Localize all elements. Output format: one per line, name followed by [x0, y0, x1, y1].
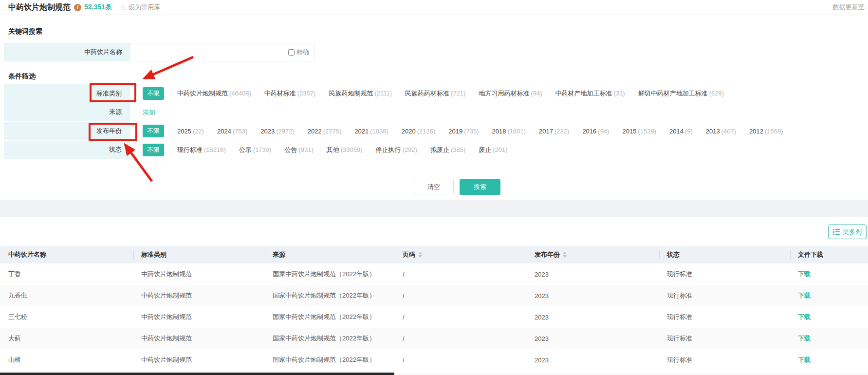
cell-category: 中药饮片炮制规范: [134, 270, 265, 279]
column-header-4[interactable]: 页码: [395, 246, 527, 263]
star-icon[interactable]: ☆: [120, 3, 127, 12]
set-favorite-label[interactable]: 设为常用库: [129, 3, 160, 12]
herb-name-input-wrap: 精确: [130, 43, 314, 61]
filter-option[interactable]: 2016(94): [582, 128, 609, 135]
add-source-link[interactable]: 添加: [143, 108, 155, 117]
filter-option-count: (9): [685, 128, 693, 135]
sort-desc-icon[interactable]: [563, 255, 567, 258]
filter-option[interactable]: 停止执行(292): [376, 146, 417, 154]
filter-label-publish-year: 发布年份: [4, 122, 130, 141]
filter-label-status: 状态: [4, 141, 130, 160]
filter-option-count: (15216): [204, 146, 226, 153]
more-columns-button[interactable]: 更多列: [828, 225, 867, 239]
filter-option[interactable]: 鲜切中药材产地加工标准(629): [638, 89, 724, 98]
filter-option[interactable]: 2018(1601): [492, 128, 526, 135]
download-link[interactable]: 下载: [798, 292, 811, 299]
filter-option[interactable]: 2014(9): [669, 128, 693, 135]
filter-option-name: 停止执行: [376, 146, 401, 153]
download-link[interactable]: 下载: [798, 313, 811, 320]
column-header-6: 状态: [660, 246, 791, 263]
filter-option-count: (31): [614, 90, 625, 97]
cell-name: 三七粉: [0, 313, 134, 321]
filter-section-title: 条件筛选: [8, 72, 36, 81]
filter-option-count: (753): [233, 128, 247, 135]
table-row: 大蓟中药饮片炮制规范国家中药饮片炮制规范（2022年版）/2023现行标准下载: [0, 328, 868, 349]
filter-option[interactable]: 2013(407): [706, 128, 736, 135]
cell-name: 山楂: [0, 356, 134, 364]
sort-asc-icon[interactable]: [563, 252, 567, 254]
filter-option[interactable]: 中药材标准(2357): [264, 89, 316, 98]
filter-option-name: 2013: [706, 128, 720, 135]
keyword-section-title: 关键词搜索: [8, 27, 42, 36]
filter-option[interactable]: 2021(1038): [354, 128, 388, 135]
cell-name: 丁香: [0, 270, 134, 279]
filter-option[interactable]: 中药材产地加工标准(31): [555, 89, 625, 98]
filter-option[interactable]: 公示(1730): [239, 146, 272, 154]
cell-status: 现行标准: [660, 291, 791, 300]
filter-option[interactable]: 拟废止(385): [430, 146, 465, 154]
filter-option-count: (46408): [229, 90, 251, 97]
exact-checkbox[interactable]: [288, 49, 295, 56]
filter-option-count: (1528): [638, 128, 656, 135]
filter-option[interactable]: 现行标准(15216): [177, 146, 226, 154]
filter-option-count: (385): [451, 146, 465, 153]
unlimited-button-status[interactable]: 不限: [143, 144, 164, 156]
filter-option[interactable]: 2022(2775): [308, 128, 342, 135]
cell-download: 下载: [791, 270, 868, 279]
cell-category: 中药饮片炮制规范: [134, 356, 265, 364]
search-button[interactable]: 搜索: [460, 179, 500, 195]
cell-year: 2023: [527, 314, 660, 321]
filter-option-count: (232): [554, 128, 569, 135]
download-link[interactable]: 下载: [798, 335, 811, 342]
herb-name-input[interactable]: [130, 49, 288, 56]
filter-option[interactable]: 民族药炮制规范(2111): [329, 89, 392, 98]
filter-option[interactable]: 2025(22): [177, 128, 204, 135]
sort-desc-icon[interactable]: [418, 255, 422, 258]
filter-option[interactable]: 地方习用药材标准(94): [479, 89, 542, 98]
filter-option[interactable]: 废止(201): [479, 146, 507, 154]
unlimited-button-standard-category[interactable]: 不限: [143, 87, 164, 100]
filter-option-count: (407): [721, 128, 736, 135]
record-count: 52,351条: [84, 3, 112, 12]
filter-option-name: 民族药炮制规范: [329, 90, 373, 97]
filter-option-name: 2014: [669, 128, 683, 135]
column-header-5[interactable]: 发布年份: [527, 246, 660, 263]
info-icon[interactable]: i: [74, 4, 81, 11]
filter-option[interactable]: 中药饮片炮制规范(46408): [177, 89, 251, 98]
filter-option-name: 2023: [260, 128, 275, 135]
filter-option[interactable]: 2015(1528): [622, 128, 656, 135]
filter-option[interactable]: 2019(735): [448, 128, 479, 135]
cell-download: 下载: [791, 334, 868, 343]
filter-option-name: 2024: [217, 128, 231, 135]
sort-asc-icon[interactable]: [418, 252, 422, 254]
filter-option-count: (2126): [417, 128, 436, 135]
cell-category: 中药饮片炮制规范: [134, 291, 265, 300]
exact-match-toggle[interactable]: 精确: [288, 48, 314, 56]
filter-option[interactable]: 2020(2126): [402, 128, 436, 135]
filter-option[interactable]: 2017(232): [539, 128, 569, 135]
filter-option[interactable]: 民族药药材标准(721): [405, 89, 465, 98]
filter-option-name: 公示: [239, 146, 252, 153]
filter-option-count: (292): [403, 146, 417, 153]
filter-option[interactable]: 其他(33059): [327, 146, 363, 154]
table-row: 丁香中药饮片炮制规范国家中药饮片炮制规范（2022年版）/2023现行标准下载: [0, 263, 868, 285]
table-body: 丁香中药饮片炮制规范国家中药饮片炮制规范（2022年版）/2023现行标准下载九…: [0, 263, 868, 371]
filter-option[interactable]: 2012(1559): [749, 128, 783, 135]
filter-option-name: 其他: [327, 146, 339, 153]
column-list-icon: [833, 229, 840, 235]
filter-option-name: 公告: [284, 146, 297, 153]
table-header-row: 中药饮片名称标准类别来源页码发布年份状态文件下载: [0, 246, 868, 263]
filter-option-name: 中药材产地加工标准: [555, 90, 612, 97]
sort-icon[interactable]: [418, 252, 422, 258]
download-link[interactable]: 下载: [798, 356, 811, 363]
download-link[interactable]: 下载: [798, 270, 811, 278]
sort-icon[interactable]: [563, 252, 567, 258]
filter-option[interactable]: 2024(753): [217, 128, 247, 135]
unlimited-button-publish-year[interactable]: 不限: [143, 125, 164, 137]
filter-option[interactable]: 2023(2972): [260, 128, 295, 135]
filter-option-name: 2019: [448, 128, 462, 135]
top-bar: 中药饮片炮制规范 i 52,351条 ☆ 设为常用库 数据更新至:: [0, 0, 868, 15]
clear-button[interactable]: 清空: [414, 180, 454, 194]
cell-year: 2023: [527, 292, 660, 300]
filter-option[interactable]: 公告(931): [284, 146, 313, 154]
